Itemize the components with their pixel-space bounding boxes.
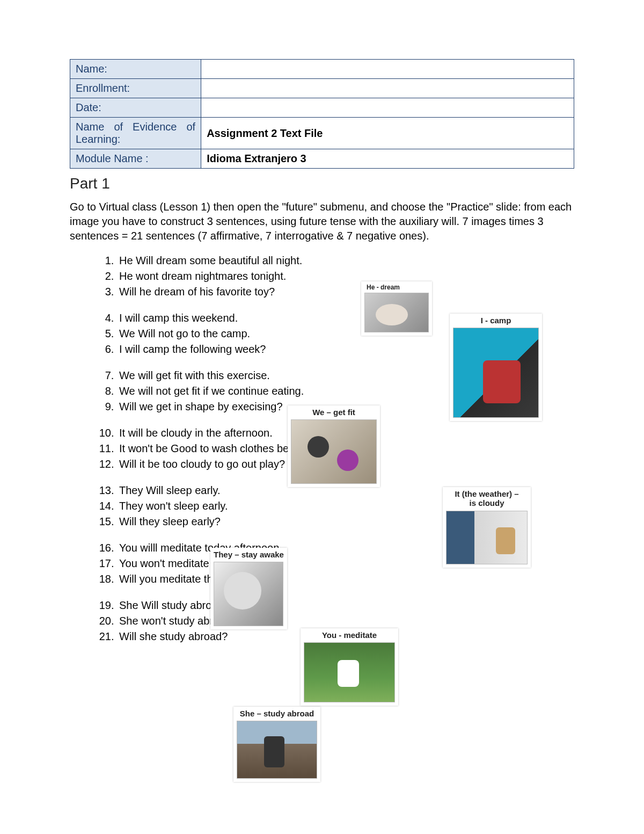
card-caption: I - camp — [453, 316, 539, 327]
info-label-date: Date: — [70, 98, 201, 118]
card-i-camp: I - camp — [450, 314, 542, 421]
list-item: She Will study abroad — [117, 598, 574, 613]
card-caption: We – get fit — [291, 408, 377, 418]
info-label-enrollment: Enrollment: — [70, 79, 201, 98]
part-heading: Part 1 — [70, 175, 574, 192]
info-label-name: Name: — [70, 60, 201, 79]
photo-travel-abroad — [237, 721, 317, 779]
info-value-name[interactable] — [201, 60, 574, 79]
info-value-date[interactable] — [201, 98, 574, 118]
table-row: Module Name : Idioma Extranjero 3 — [70, 149, 574, 169]
list-item: He Will dream some beautiful all night. — [117, 253, 574, 269]
info-value-module: Idioma Extranjero 3 — [201, 149, 574, 169]
instructions-paragraph: Go to Virtual class (Lesson 1) then open… — [70, 200, 574, 243]
card-she-study-abroad: She – study abroad — [233, 707, 320, 782]
card-caption: She – study abroad — [237, 709, 317, 720]
photo-person-bed — [214, 562, 283, 626]
info-value-evidence: Assignment 2 Text File — [201, 118, 574, 149]
table-row: Date: — [70, 98, 574, 118]
document-page: Name: Enrollment: Date: Name of Evidence… — [0, 0, 644, 677]
card-we-get-fit: We – get fit — [288, 405, 380, 487]
list-item: She won't study abroad — [117, 613, 574, 629]
card-caption: It (the weather) – is cloudy — [446, 489, 528, 510]
table-row: Name: — [70, 60, 574, 79]
photo-camping-tent — [453, 328, 539, 418]
photo-baby-sleeping — [364, 293, 429, 332]
info-value-enrollment[interactable] — [201, 79, 574, 98]
card-weather-cloudy: It (the weather) – is cloudy — [443, 487, 531, 568]
table-row: Name of Evidence of Learning: Assignment… — [70, 118, 574, 149]
list-item: Will you meditate this afternoon? — [117, 571, 574, 587]
card-he-dream: He - dream — [361, 281, 432, 336]
photo-gym-exercise — [291, 419, 377, 484]
card-you-meditate: You - meditate — [301, 628, 398, 706]
card-they-stay-awake: They – stay awake — [210, 548, 287, 629]
info-label-module: Module Name : — [70, 149, 201, 169]
card-caption: He - dream — [364, 284, 429, 293]
card-caption: You - meditate — [304, 630, 395, 641]
list-item: Will he dream of his favorite toy? — [117, 284, 574, 300]
list-item: He wont dream nightmares tonight. — [117, 269, 574, 284]
table-row: Enrollment: — [70, 79, 574, 98]
info-label-evidence: Name of Evidence of Learning: — [70, 118, 201, 149]
info-table: Name: Enrollment: Date: Name of Evidence… — [70, 59, 574, 169]
caption-line-1: It (the weather) – — [455, 489, 518, 498]
caption-line-2: is cloudy — [469, 498, 504, 507]
photo-cloudy-window — [446, 511, 528, 564]
photo-meditation-park — [304, 642, 395, 702]
card-caption: They – stay awake — [214, 550, 284, 561]
